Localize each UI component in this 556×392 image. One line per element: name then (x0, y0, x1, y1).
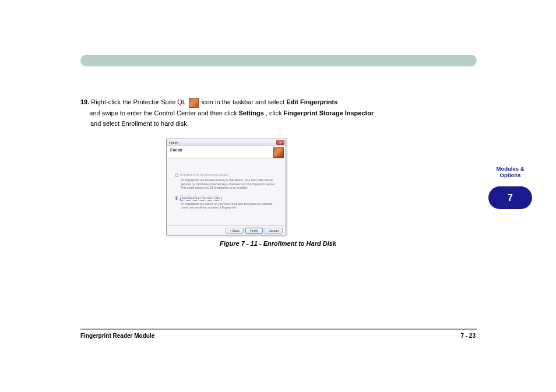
figure-caption: Figure 7 - 11 - Enrollment to Hard Disk (0, 240, 556, 247)
dialog-header: Finish (167, 146, 286, 159)
settings-text: Settings (239, 110, 264, 116)
edit-fingerprints-text: Edit Fingerprints (286, 98, 337, 105)
protector-suite-icon (189, 98, 199, 108)
side-tab-line1: Modules & (496, 165, 524, 172)
line2-text: and swipe to enter the Control Center an… (80, 110, 237, 116)
instruction-line-1: 19. Right-click the Protector Suite QL i… (80, 98, 337, 108)
dialog-window-title: Finish (169, 141, 178, 144)
section-header-bar (80, 55, 477, 66)
side-tab-line2: Options (500, 172, 521, 178)
step-number: 19. (80, 98, 89, 105)
cancel-button[interactable]: Cancel (265, 228, 283, 234)
radio-unchecked-icon[interactable] (175, 174, 178, 177)
side-tab-label: Modules & Options (488, 165, 532, 179)
footer-divider (80, 329, 477, 330)
text-after-icon: icon in the taskbar and select (202, 98, 284, 105)
text-before-icon: Right-click the Protector Suite QL (91, 98, 185, 105)
dialog-body: Enrollment to the biometric device All f… (167, 159, 286, 221)
option-1-row: Enrollment to the biometric device (175, 173, 277, 177)
dialog-header-title: Finish (170, 148, 182, 152)
back-button[interactable]: < Back (226, 228, 244, 234)
dialog-titlebar: Finish × (167, 139, 286, 146)
radio-checked-icon[interactable] (175, 196, 178, 200)
option-2-label: Enrollment to the hard disk (180, 196, 221, 201)
option-1-desc: All fingerprints are enrolled directly t… (181, 178, 277, 190)
line3-text: and select Enrollment to hard disk. (90, 120, 189, 127)
finish-dialog-screenshot: Finish × Finish Enrollment to the biomet… (166, 139, 286, 235)
dialog-footer: < Back Finish Cancel (167, 225, 286, 235)
settings-tail: , click (266, 110, 282, 116)
option-2-desc: All fingerprints are stored on your hard… (181, 202, 277, 210)
footer-right: 7 - 23 (460, 333, 476, 339)
option-2-row: Enrollment to the hard disk (175, 196, 277, 201)
instruction-line-2: and swipe to enter the Control Center an… (80, 110, 374, 116)
footer-left: Fingerprint Reader Module (80, 333, 154, 339)
instruction-line-3: and select Enrollment to hard disk. (90, 120, 189, 127)
option-1-label: Enrollment to the biometric device (180, 173, 228, 177)
fp-storage-text: Fingerprint Storage Inspector (284, 110, 374, 116)
close-icon[interactable]: × (276, 140, 284, 145)
finish-button[interactable]: Finish (245, 228, 263, 234)
protector-logo-icon (273, 147, 284, 158)
chapter-tab: 7 (488, 186, 532, 209)
